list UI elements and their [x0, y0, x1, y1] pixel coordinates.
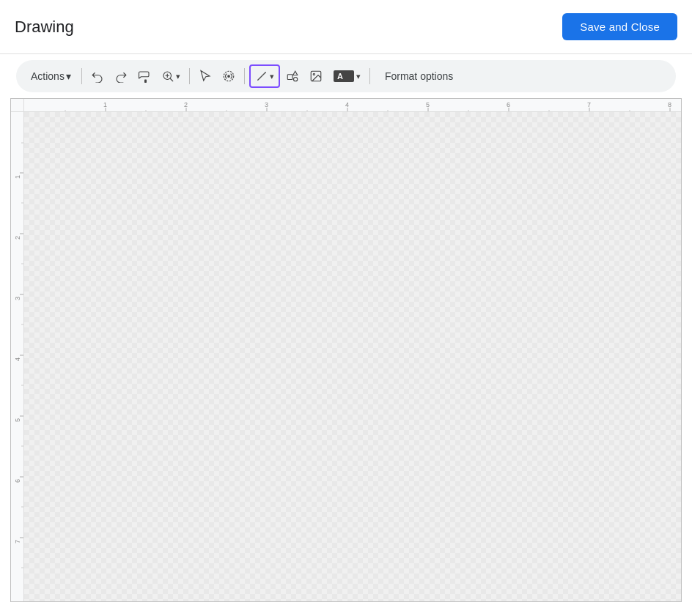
v-ruler-svg: 1 2 3 4 5 6 7 [11, 112, 24, 601]
header: Drawing Save and Close [0, 0, 692, 54]
svg-text:7: 7 [14, 540, 21, 543]
h-ruler-svg: 1 2 3 4 5 6 7 8 [24, 99, 681, 112]
redo-icon [114, 70, 128, 83]
move-canvas-icon [222, 70, 235, 83]
redo-button[interactable] [110, 64, 132, 88]
svg-text:5: 5 [426, 101, 430, 108]
zoom-button[interactable]: ▾ [157, 64, 185, 88]
image-button[interactable] [305, 64, 327, 88]
actions-button[interactable]: Actions ▾ [25, 64, 77, 88]
canvas-outer-border: 1 2 3 4 5 6 7 8 [10, 98, 682, 602]
svg-text:3: 3 [14, 297, 21, 300]
svg-line-8 [258, 73, 266, 81]
horizontal-ruler: 1 2 3 4 5 6 7 8 [24, 99, 681, 112]
svg-text:5: 5 [14, 418, 21, 422]
svg-text:6: 6 [507, 101, 510, 108]
zoom-icon [161, 70, 174, 83]
ruler-row: 1 2 3 4 5 6 7 8 [11, 99, 681, 112]
drawing-area-row: 1 2 3 4 5 6 7 [11, 112, 681, 601]
line-tool-button[interactable]: ▾ [249, 64, 280, 88]
undo-icon [91, 70, 104, 83]
select-icon [199, 70, 212, 83]
toolbar-divider-4 [369, 68, 370, 84]
paint-format-icon [138, 70, 151, 83]
word-art-icon: A [333, 70, 355, 83]
svg-rect-9 [287, 75, 292, 80]
vertical-ruler: 1 2 3 4 5 6 7 [11, 112, 24, 601]
svg-text:4: 4 [345, 101, 349, 108]
svg-text:7: 7 [587, 101, 591, 108]
page-title: Drawing [15, 18, 74, 37]
word-art-button[interactable]: A ▾ [328, 64, 365, 88]
word-art-arrow: ▾ [356, 72, 361, 81]
svg-line-3 [170, 78, 172, 81]
image-icon [309, 70, 323, 83]
line-tool-arrow: ▾ [270, 72, 274, 81]
move-canvas-button[interactable] [218, 64, 240, 88]
svg-text:1: 1 [14, 175, 21, 179]
svg-text:A: A [337, 72, 343, 81]
save-close-button[interactable]: Save and Close [562, 13, 677, 40]
toolbar-divider-2 [189, 68, 190, 84]
svg-text:2: 2 [14, 236, 21, 240]
toolbar: Actions ▾ [16, 60, 676, 92]
shapes-button[interactable] [281, 64, 303, 88]
actions-label: Actions [31, 70, 65, 82]
canvas-white-layer [24, 112, 681, 601]
drawing-canvas[interactable] [24, 112, 681, 601]
actions-arrow: ▾ [66, 70, 71, 82]
shapes-icon [286, 70, 299, 83]
select-button[interactable] [194, 64, 216, 88]
line-tool-icon [255, 70, 268, 83]
svg-text:3: 3 [265, 101, 268, 108]
zoom-arrow: ▾ [176, 72, 180, 81]
svg-marker-10 [293, 71, 298, 75]
svg-point-11 [293, 78, 297, 81]
svg-point-7 [227, 75, 230, 78]
paint-format-button[interactable] [133, 64, 155, 88]
undo-button[interactable] [86, 64, 108, 88]
svg-rect-1 [144, 80, 147, 84]
svg-text:1: 1 [103, 101, 107, 108]
toolbar-divider-1 [81, 68, 82, 84]
svg-text:8: 8 [668, 101, 671, 108]
format-options-label: Format options [385, 70, 453, 82]
svg-text:6: 6 [14, 479, 21, 483]
svg-text:4: 4 [14, 357, 21, 361]
svg-point-13 [313, 73, 314, 75]
svg-text:2: 2 [184, 101, 188, 108]
ruler-corner [11, 99, 24, 112]
toolbar-divider-3 [244, 68, 245, 84]
format-options-button[interactable]: Format options [378, 64, 460, 88]
